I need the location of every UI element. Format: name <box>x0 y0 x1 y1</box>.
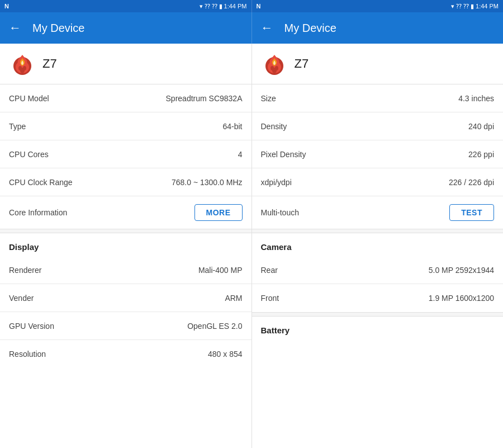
battery-header: Battery <box>252 317 504 339</box>
section-sep-right-2 <box>252 312 504 317</box>
status-bar-left: N ▾ ⁇ ⁇ ▮ 1:44 PM <box>0 0 252 12</box>
pixel-density-value: 226 ppi <box>468 150 494 159</box>
panel-right: Z7 Size 4.3 inches Density 240 dpi Pixel… <box>252 44 504 448</box>
front-value: 1.9 MP 1600x1200 <box>429 294 494 303</box>
wifi-icon-right: ▾ <box>451 3 454 10</box>
toolbars: ← My Device ← My Device <box>0 12 503 44</box>
cpu-model-value: Spreadtrum SC9832A <box>166 94 243 103</box>
gpu-version-label: GPU Version <box>9 322 54 331</box>
cpu-rows-left: CPU Model Spreadtrum SC9832A Type 64-bit… <box>0 84 252 229</box>
svg-point-9 <box>272 68 277 73</box>
xdpi-value: 226 / 226 dpi <box>449 178 494 187</box>
core-info-label: Core Information <box>9 208 67 217</box>
toolbar-title-left: My Device <box>32 22 84 35</box>
vender-row: Vender ARM <box>0 284 252 312</box>
density-label: Density <box>261 122 287 131</box>
battery-icon-right: ▮ <box>471 3 474 10</box>
rear-value: 5.0 MP 2592x1944 <box>429 266 494 275</box>
display-header: Display <box>0 233 252 256</box>
type-row: Type 64-bit <box>0 112 252 140</box>
question-icon-4: ⁇ <box>463 3 469 10</box>
camera-rows: Rear 5.0 MP 2592x1944 Front 1.9 MP 1600x… <box>252 256 504 312</box>
vender-label: Vender <box>9 294 34 303</box>
size-label: Size <box>261 94 276 103</box>
test-button[interactable]: TEST <box>449 204 494 221</box>
type-label: Type <box>9 122 26 131</box>
app-icon-right: N <box>257 3 261 10</box>
question-icon-3: ⁇ <box>456 3 462 10</box>
main-content: Z7 CPU Model Spreadtrum SC9832A Type 64-… <box>0 44 503 448</box>
resolution-value: 480 x 854 <box>208 350 243 359</box>
flame-icon-right <box>261 50 288 77</box>
gpu-version-row: GPU Version OpenGL ES 2.0 <box>0 312 252 340</box>
battery-icon-left: ▮ <box>219 3 222 10</box>
question-icon-2: ⁇ <box>212 3 217 10</box>
cpu-cores-label: CPU Cores <box>9 150 49 159</box>
front-label: Front <box>261 294 279 303</box>
rear-camera-row: Rear 5.0 MP 2592x1944 <box>252 256 504 284</box>
question-icon-1: ⁇ <box>205 3 210 10</box>
more-button[interactable]: MORE <box>194 204 243 221</box>
device-header-left: Z7 <box>0 44 252 84</box>
camera-header: Camera <box>252 233 504 256</box>
toolbar-title-right: My Device <box>284 22 336 35</box>
svg-point-4 <box>20 68 25 73</box>
multitouch-label: Multi-touch <box>261 208 299 217</box>
cpu-model-label: CPU Model <box>9 94 49 103</box>
time-right: 1:44 PM <box>476 3 499 10</box>
cpu-clock-label: CPU Clock Range <box>9 178 73 187</box>
status-bar-right: N ▾ ⁇ ⁇ ▮ 1:44 PM <box>252 0 504 12</box>
pixel-density-label: Pixel Density <box>261 150 306 159</box>
device-name-right: Z7 <box>295 56 309 71</box>
resolution-row: Resolution 480 x 854 <box>0 340 252 368</box>
toolbar-left: ← My Device <box>0 12 252 44</box>
cpu-clock-row: CPU Clock Range 768.0 ~ 1300.0 MHz <box>0 168 252 196</box>
cpu-cores-value: 4 <box>238 150 243 159</box>
status-icons-right: ▾ ⁇ ⁇ ▮ 1:44 PM <box>451 3 499 10</box>
multitouch-row: Multi-touch TEST <box>252 196 504 229</box>
toolbar-right: ← My Device <box>252 12 504 44</box>
rear-label: Rear <box>261 266 278 275</box>
back-button-right[interactable]: ← <box>261 21 273 35</box>
resolution-label: Resolution <box>9 350 46 359</box>
device-header-right: Z7 <box>252 44 504 84</box>
device-name-left: Z7 <box>42 56 57 71</box>
cpu-model-row: CPU Model Spreadtrum SC9832A <box>0 84 252 112</box>
density-row: Density 240 dpi <box>252 112 504 140</box>
gpu-version-value: OpenGL ES 2.0 <box>187 322 242 331</box>
cpu-cores-row: CPU Cores 4 <box>0 140 252 168</box>
density-value: 240 dpi <box>468 122 494 131</box>
display-info-rows: Size 4.3 inches Density 240 dpi Pixel De… <box>252 84 504 229</box>
pixel-density-row: Pixel Density 226 ppi <box>252 140 504 168</box>
flame-icon-left <box>9 50 36 77</box>
section-sep-1 <box>0 229 252 233</box>
xdpi-row: xdpi/ydpi 226 / 226 dpi <box>252 168 504 196</box>
core-info-row: Core Information MORE <box>0 196 252 229</box>
xdpi-label: xdpi/ydpi <box>261 178 292 187</box>
status-bars: N ▾ ⁇ ⁇ ▮ 1:44 PM N ▾ ⁇ ⁇ ▮ 1:44 PM <box>0 0 503 12</box>
vender-value: ARM <box>225 294 242 303</box>
cpu-clock-value: 768.0 ~ 1300.0 MHz <box>172 178 242 187</box>
back-button-left[interactable]: ← <box>9 21 21 35</box>
time-left: 1:44 PM <box>224 3 247 10</box>
front-camera-row: Front 1.9 MP 1600x1200 <box>252 284 504 312</box>
renderer-row: Renderer Mali-400 MP <box>0 256 252 284</box>
app-icon-left: N <box>4 3 9 10</box>
panel-left: Z7 CPU Model Spreadtrum SC9832A Type 64-… <box>0 44 252 448</box>
size-row: Size 4.3 inches <box>252 84 504 112</box>
display-rows: Renderer Mali-400 MP Vender ARM GPU Vers… <box>0 256 252 368</box>
section-sep-right-1 <box>252 229 504 233</box>
size-value: 4.3 inches <box>458 94 494 103</box>
renderer-value: Mali-400 MP <box>198 266 243 275</box>
type-value: 64-bit <box>222 122 242 131</box>
wifi-icon-left: ▾ <box>200 3 203 10</box>
renderer-label: Renderer <box>9 266 41 275</box>
status-icons-left: ▾ ⁇ ⁇ ▮ 1:44 PM <box>200 3 247 10</box>
